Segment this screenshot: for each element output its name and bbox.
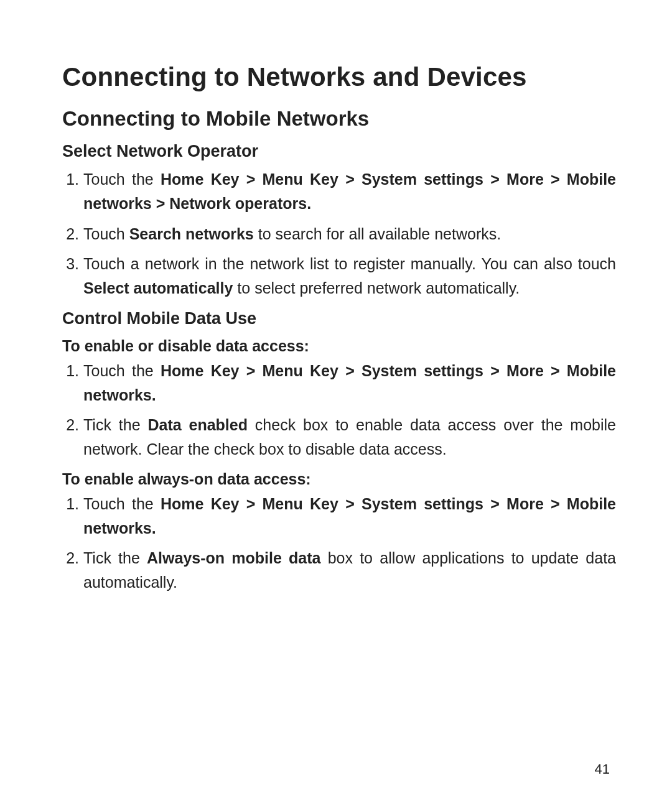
step-text: Tick the xyxy=(83,549,147,567)
steps-enable-disable-data: Touch the Home Key > Menu Key > System s… xyxy=(62,359,616,461)
step-text: Touch the xyxy=(83,495,161,512)
step-bold: Home Key > Menu Key > System settings > … xyxy=(83,170,616,212)
step-bold: Select automatically xyxy=(83,279,233,297)
step-bold: Home Key > Menu Key > System settings > … xyxy=(83,362,616,404)
section-title: Connecting to Mobile Networks xyxy=(62,107,616,131)
list-item: Touch the Home Key > Menu Key > System s… xyxy=(83,167,616,216)
step-text: Touch a network in the network list to r… xyxy=(83,255,616,272)
step-bold: Home Key > Menu Key > System settings > … xyxy=(83,495,616,537)
chapter-title: Connecting to Networks and Devices xyxy=(62,62,616,92)
step-text: Touch the xyxy=(83,362,161,379)
list-item: Touch a network in the network list to r… xyxy=(83,252,616,300)
step-bold: Always-on mobile data xyxy=(147,549,320,567)
step-bold: Data enabled xyxy=(147,416,248,433)
subsection-select-network-operator: Select Network Operator xyxy=(62,142,616,161)
list-item: Touch Search networks to search for all … xyxy=(83,222,616,246)
step-text: Touch the xyxy=(83,170,161,188)
label-always-on-data: To enable always-on data access: xyxy=(62,470,616,488)
list-item: Touch the Home Key > Menu Key > System s… xyxy=(83,359,616,407)
subsection-control-mobile-data-use: Control Mobile Data Use xyxy=(62,309,616,328)
list-item: Touch the Home Key > Menu Key > System s… xyxy=(83,492,616,540)
step-text: to select preferred network automaticall… xyxy=(233,279,520,297)
page-number: 41 xyxy=(595,761,610,777)
document-page: Connecting to Networks and Devices Conne… xyxy=(0,0,672,811)
label-enable-disable-data: To enable or disable data access: xyxy=(62,337,616,355)
step-bold: Search networks xyxy=(129,225,254,243)
steps-always-on-data: Touch the Home Key > Menu Key > System s… xyxy=(62,492,616,595)
step-text: to search for all available networks. xyxy=(254,225,501,243)
list-item: Tick the Always-on mobile data box to al… xyxy=(83,546,616,595)
step-text: Tick the xyxy=(83,416,147,433)
steps-select-network-operator: Touch the Home Key > Menu Key > System s… xyxy=(62,167,616,300)
list-item: Tick the Data enabled check box to enabl… xyxy=(83,413,616,461)
step-text: Touch xyxy=(83,225,129,243)
